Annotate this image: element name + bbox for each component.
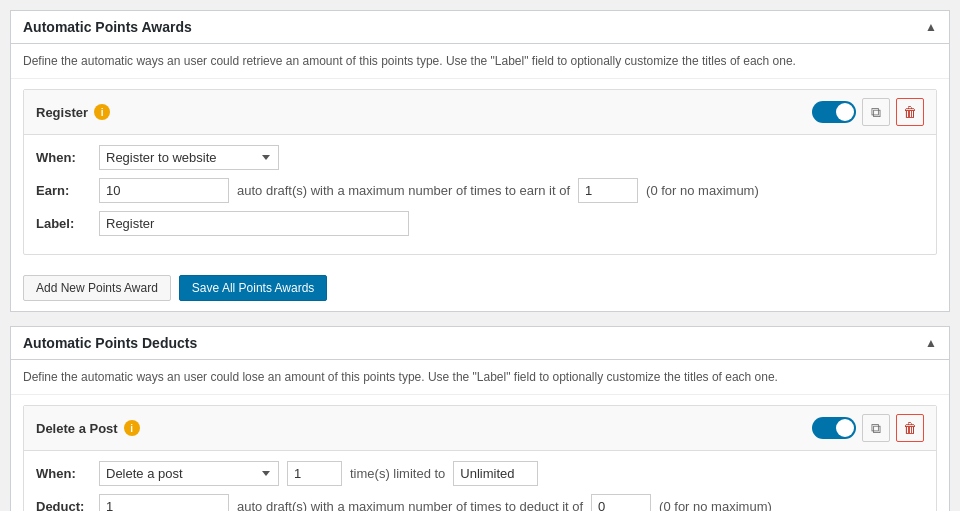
- delete-post-copy-button[interactable]: ⧉: [862, 414, 890, 442]
- delete-post-rule-title: Delete a Post i: [36, 420, 140, 436]
- add-new-points-award-button[interactable]: Add New Points Award: [23, 275, 171, 301]
- register-rule-title-text: Register: [36, 105, 88, 120]
- delete-post-info-icon[interactable]: i: [124, 420, 140, 436]
- delete-post-when-row: When: Delete a post time(s) limited to U…: [36, 461, 924, 486]
- delete-post-rule-header: Delete a Post i ⧉ 🗑: [24, 406, 936, 451]
- delete-post-when-times-input[interactable]: [287, 461, 342, 486]
- delete-post-limit-wrapper: Unlimited 1 2 5: [453, 461, 538, 486]
- awards-collapse-icon[interactable]: ▲: [925, 20, 937, 34]
- delete-post-delete-button[interactable]: 🗑: [896, 414, 924, 442]
- register-earn-input[interactable]: [99, 178, 229, 203]
- register-earn-text1: auto draft(s) with a maximum number of t…: [237, 183, 570, 198]
- delete-post-rule-body: When: Delete a post time(s) limited to U…: [24, 451, 936, 511]
- awards-panel-title: Automatic Points Awards: [23, 19, 192, 35]
- delete-post-when-text1: time(s) limited to: [350, 466, 445, 481]
- awards-panel-desc: Define the automatic ways an user could …: [11, 44, 949, 79]
- awards-panel: Automatic Points Awards ▲ Define the aut…: [10, 10, 950, 312]
- delete-post-deduct-max-input[interactable]: [591, 494, 651, 511]
- register-label-label: Label:: [36, 216, 91, 231]
- register-earn-row: Earn: auto draft(s) with a maximum numbe…: [36, 178, 924, 203]
- deducts-panel-desc: Define the automatic ways an user could …: [11, 360, 949, 395]
- register-rule-block: Register i ⧉ 🗑 When: Register to website: [23, 89, 937, 255]
- register-when-row: When: Register to website: [36, 145, 924, 170]
- register-delete-button[interactable]: 🗑: [896, 98, 924, 126]
- register-when-select[interactable]: Register to website: [99, 145, 279, 170]
- deducts-collapse-icon[interactable]: ▲: [925, 336, 937, 350]
- delete-post-deduct-input[interactable]: [99, 494, 229, 511]
- delete-post-deduct-text1: auto draft(s) with a maximum number of t…: [237, 499, 583, 511]
- register-earn-max-input[interactable]: [578, 178, 638, 203]
- register-earn-label: Earn:: [36, 183, 91, 198]
- delete-post-rule-title-text: Delete a Post: [36, 421, 118, 436]
- register-rule-controls: ⧉ 🗑: [812, 98, 924, 126]
- register-earn-text2: (0 for no maximum): [646, 183, 759, 198]
- awards-panel-footer: Add New Points Award Save All Points Awa…: [11, 265, 949, 311]
- delete-post-rule-controls: ⧉ 🗑: [812, 414, 924, 442]
- register-label-row: Label:: [36, 211, 924, 236]
- register-when-label: When:: [36, 150, 91, 165]
- delete-post-deduct-row: Deduct: auto draft(s) with a maximum num…: [36, 494, 924, 511]
- delete-post-toggle[interactable]: [812, 417, 856, 439]
- delete-post-deduct-text2: (0 for no maximum): [659, 499, 772, 511]
- register-rule-body: When: Register to website Earn: auto dra…: [24, 135, 936, 254]
- register-rule-title: Register i: [36, 104, 110, 120]
- awards-panel-header: Automatic Points Awards ▲: [11, 11, 949, 44]
- deducts-panel-header: Automatic Points Deducts ▲: [11, 327, 949, 360]
- register-toggle[interactable]: [812, 101, 856, 123]
- register-info-icon[interactable]: i: [94, 104, 110, 120]
- delete-post-rule-block: Delete a Post i ⧉ 🗑 When: Delete a post …: [23, 405, 937, 511]
- delete-post-deduct-label: Deduct:: [36, 499, 91, 511]
- delete-post-limit-select[interactable]: Unlimited 1 2 5: [453, 461, 538, 486]
- deducts-panel: Automatic Points Deducts ▲ Define the au…: [10, 326, 950, 511]
- save-all-points-awards-button[interactable]: Save All Points Awards: [179, 275, 328, 301]
- register-copy-button[interactable]: ⧉: [862, 98, 890, 126]
- register-rule-header: Register i ⧉ 🗑: [24, 90, 936, 135]
- delete-post-when-label: When:: [36, 466, 91, 481]
- delete-post-when-select[interactable]: Delete a post: [99, 461, 279, 486]
- register-label-input[interactable]: [99, 211, 409, 236]
- deducts-panel-title: Automatic Points Deducts: [23, 335, 197, 351]
